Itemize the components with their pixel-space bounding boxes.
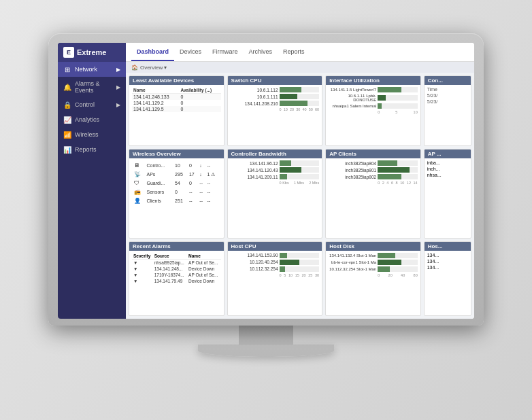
sidebar-item-control[interactable]: 🔒 Control ▶ <box>58 97 126 112</box>
bar-row: 10.6.1.112 <box>231 87 320 92</box>
bar-fill <box>280 266 286 272</box>
bar-axis: 0510 <box>329 110 418 114</box>
bar-fill <box>378 95 386 101</box>
tab-firmware[interactable]: Firmware <box>207 43 244 61</box>
wl-label: Sensors <box>146 188 173 196</box>
sidebar-item-analytics[interactable]: 📈 Analytics <box>58 112 126 127</box>
tab-devices[interactable]: Devices <box>174 43 207 61</box>
tab-dashboard[interactable]: Dashboard <box>131 43 174 61</box>
widget-least-available: Least Available Devices Name Availabilit… <box>129 75 225 146</box>
alarm-sev: ▼ <box>132 259 153 266</box>
tab-reports[interactable]: Reports <box>278 43 310 61</box>
sidebar-item-alarms[interactable]: 🔔 Alarms & Events ▶ <box>58 77 126 97</box>
widget-con-partial: Con... Time 5/23/ 5/23/ <box>424 75 471 146</box>
overview-dropdown[interactable]: Overview ▾ <box>140 65 167 71</box>
alarm-source: 134.141.79.49 <box>153 278 187 284</box>
wl-val2: 0 <box>188 162 197 169</box>
widget-header-con: Con... <box>425 76 471 85</box>
bar-fill <box>280 253 288 258</box>
widget-header-recent-alarms: Recent Alarms <box>129 242 224 251</box>
wl-val4: 1 ⚠ <box>207 171 220 178</box>
wl-icon-guardians: 🛡 <box>133 179 144 187</box>
widget-header-host-cpu: Host CPU <box>228 242 322 251</box>
least-available-table: Name Availability (...) 134.141.248.133 … <box>132 87 221 112</box>
ap-row: inba... <box>427 160 468 165</box>
monitor-screen: E Extreme ⊞ Network ▶ 🔔 Alarms & Events … <box>58 43 474 319</box>
bar-container <box>378 253 418 258</box>
wl-val2: -- <box>188 188 197 196</box>
bar-container <box>280 167 320 173</box>
bar-container <box>280 260 320 265</box>
widget-header-switch-cpu: Switch CPU <box>228 76 322 85</box>
bar-fill <box>280 87 301 92</box>
widget-body-switch-cpu: 10.6.1.112 10.6.1.111 <box>228 85 322 145</box>
bar-fill <box>378 167 410 173</box>
alarm-name: Device Down <box>187 266 221 272</box>
bar-label: inch3825iap804 <box>329 161 376 166</box>
bar-label: 10.6.1.11 Lpbk-DONOTUSE <box>329 94 376 102</box>
bar-container <box>378 103 418 109</box>
bar-fill <box>378 174 401 179</box>
alarms-arrow: ▶ <box>116 84 120 90</box>
sidebar-item-network[interactable]: ⊞ Network ▶ <box>58 62 126 77</box>
reports-icon: 📊 <box>63 145 71 154</box>
sidebar-item-reports[interactable]: 📊 Reports <box>58 142 126 157</box>
bar-label: 10.120.40.254 <box>231 260 278 264</box>
bar-container <box>280 174 320 179</box>
device-avail: 0 <box>180 94 221 101</box>
bar-container <box>280 253 320 258</box>
bar-fill <box>378 260 401 265</box>
alarm-col-sev: Severity <box>132 253 153 260</box>
ap-row: nhsa... <box>427 173 468 177</box>
sidebar-logo: E Extreme <box>58 43 126 62</box>
bar-fill <box>280 167 301 173</box>
device-avail: 0 <box>180 100 221 106</box>
monitor-bezel: E Extreme ⊞ Network ▶ 🔔 Alarms & Events … <box>48 33 484 326</box>
wl-val1: 10 <box>174 162 187 169</box>
widget-body-controller-bw: 134.141.96.12 134.141.120.43 <box>228 158 322 237</box>
bar-row: 134.141.208.216 <box>231 101 320 106</box>
widget-header-host-disk: Host Disk <box>326 242 420 251</box>
wl-val3: -- <box>199 197 205 205</box>
wl-val3: -- <box>199 179 205 187</box>
bar-axis: 0204080 <box>329 273 418 277</box>
monitor: E Extreme ⊞ Network ▶ 🔔 Alarms & Events … <box>41 33 491 387</box>
analytics-icon: 📈 <box>63 116 71 124</box>
widget-body-host-cpu: 134.141.153.90 10.120.40.254 <box>228 251 322 315</box>
wl-label: Guardi... <box>146 179 173 187</box>
widget-host-disk: Host Disk 134.141.132.4 Slot-1 Man bb-le… <box>325 241 421 316</box>
widget-ap-partial: AP ... inba... inch... nhsa... <box>424 149 471 238</box>
bar-row: inch3825iap804 <box>329 160 418 166</box>
network-arrow: ▶ <box>116 67 120 73</box>
bar-row: 134.141.96.12 <box>231 160 320 166</box>
bar-label: 134.141.209.11 <box>231 175 278 179</box>
bar-row: inch3825iap802 <box>329 174 418 179</box>
bar-row: 10.120.40.254 <box>231 260 320 265</box>
widget-header-hos-partial: Hos... <box>425 242 471 251</box>
wl-label: Contro... <box>146 162 173 169</box>
wl-val1: 295 <box>174 171 187 178</box>
bar-row: inch3825iap801 <box>329 167 418 173</box>
con-row: 5/23/ <box>427 99 468 104</box>
wl-row: 🛡 Guardi... 54 0 -- -- <box>133 179 220 187</box>
widget-body-con: Time 5/23/ 5/23/ <box>425 85 471 145</box>
bar-label: inch3825iap801 <box>329 168 376 173</box>
widget-header-least-available: Least Available Devices <box>129 76 224 85</box>
tab-archives[interactable]: Archives <box>244 43 278 61</box>
breadcrumb-icon: 🏠 <box>131 65 138 71</box>
bar-fill <box>378 253 395 258</box>
bar-fill <box>378 266 390 272</box>
device-name: 134.141.248.133 <box>132 94 180 101</box>
wl-val1: 54 <box>174 179 187 187</box>
widget-switch-cpu: Switch CPU 10.6.1.112 10.6.1.111 <box>227 75 323 146</box>
sidebar-label-control: Control <box>75 101 95 108</box>
sidebar-label-analytics: Analytics <box>75 116 99 123</box>
sidebar-item-wireless[interactable]: 📶 Wireless <box>58 127 126 142</box>
wl-val3: -- <box>199 188 205 196</box>
bar-label: 134.141.208.216 <box>231 101 278 106</box>
top-nav: Dashboard Devices Firmware Archives Repo… <box>126 43 474 62</box>
bar-fill <box>280 260 299 265</box>
wl-row: 🖥 Contro... 10 0 ↓ -- <box>133 162 220 169</box>
alarm-source: 1710Y-16374... <box>153 272 187 278</box>
sidebar-label-network: Network <box>75 66 97 73</box>
